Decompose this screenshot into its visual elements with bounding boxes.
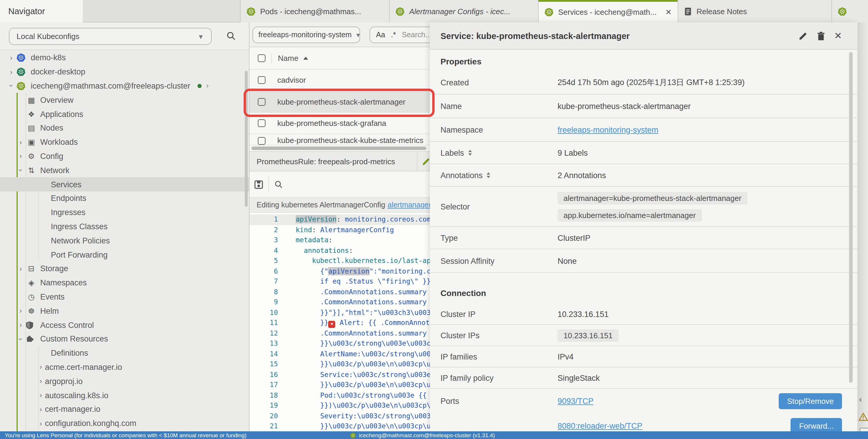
- sidebar-item-applications[interactable]: ❖Applications: [0, 107, 250, 121]
- chevron-left-icon[interactable]: ›: [859, 396, 862, 405]
- tab-alertmanager-configs-icec[interactable]: Alertmanager Configs - icec...: [389, 0, 538, 23]
- row-checkbox[interactable]: [258, 120, 266, 127]
- line-number: 1: [250, 214, 284, 225]
- name-column-header[interactable]: Name: [278, 54, 298, 63]
- sort-ascending-icon[interactable]: [303, 57, 308, 60]
- chevron-down-icon[interactable]: ›: [17, 166, 25, 175]
- code-token: [296, 339, 320, 347]
- sidebar-item-storage[interactable]: ›⊟Storage: [0, 262, 250, 276]
- chevron-right-icon[interactable]: ›: [37, 363, 45, 371]
- sidebar-item-workloads[interactable]: ›▣Workloads: [0, 135, 250, 149]
- save-icon[interactable]: [254, 180, 263, 189]
- chevron-down-icon: ▼: [197, 33, 204, 40]
- sidebar-item-configuration-konghq-com[interactable]: ›configuration.konghq.com: [0, 416, 250, 431]
- table-row-cadvisor[interactable]: cadvisor: [250, 70, 430, 91]
- chevron-right-icon[interactable]: ›: [17, 307, 25, 315]
- sidebar-item-endpoints[interactable]: Endpoints: [0, 192, 250, 206]
- sidebar-search-icon[interactable]: [226, 31, 236, 41]
- sidebar-item-network-policies[interactable]: Network Policies: [0, 234, 250, 248]
- navigator-tab[interactable]: Navigator: [0, 0, 83, 23]
- chevron-right-icon[interactable]: ›: [17, 138, 25, 146]
- table-row-kube-prometheus-stack-kube-state-metrics[interactable]: kube-prometheus-stack-kube-state-metrics: [250, 134, 430, 145]
- chevron-right-icon[interactable]: ›: [37, 377, 45, 385]
- namespace-link[interactable]: freeleaps-monitoring-system: [558, 125, 658, 134]
- edit-pencil-icon[interactable]: [798, 31, 807, 40]
- sidebar-item-custom-resources[interactable]: ›Custom Resources: [0, 332, 250, 346]
- close-icon[interactable]: ✕: [665, 8, 672, 16]
- tab-partial[interactable]: [831, 0, 868, 23]
- chevron-right-icon[interactable]: ›: [37, 405, 45, 414]
- sidebar-item-helm[interactable]: ›☸Helm: [0, 304, 250, 318]
- chevron-right-icon[interactable]: ›: [37, 391, 45, 399]
- right-edge-strip: ›: [857, 23, 868, 431]
- sidebar-item-ingresses[interactable]: Ingresses: [0, 206, 250, 220]
- sidebar-item-port-forwarding[interactable]: Port Forwarding: [0, 247, 250, 262]
- tab-label: Alertmanager Configs - icec...: [409, 7, 510, 16]
- sidebar-item-acme-cert-manager-io[interactable]: ›acme.cert-manager.io: [0, 360, 250, 374]
- editor-line: 15 }}\u003c/p\u003e\n\u003cp\u003: [250, 359, 430, 370]
- chevron-right-icon[interactable]: ›: [17, 321, 25, 329]
- chevron-down-icon[interactable]: ›: [7, 82, 16, 90]
- expand-toggle-icon[interactable]: [487, 172, 491, 178]
- sidebar-item-access-control[interactable]: ›Access Control: [0, 318, 250, 332]
- property-label-text: Name: [440, 102, 462, 110]
- sidebar-item-network[interactable]: ›⇅Network: [0, 163, 250, 177]
- code-token: [296, 308, 320, 316]
- namespace-dropdown[interactable]: freeleaps-monitoring-system ▼: [252, 27, 360, 43]
- port-link[interactable]: 8080:reloader-web/TCP: [558, 421, 643, 431]
- chevron-right-icon[interactable]: ›: [17, 152, 25, 160]
- sidebar-item-namespaces[interactable]: ◈Namespaces: [0, 276, 250, 290]
- trash-icon[interactable]: [816, 31, 825, 40]
- regex-toggle[interactable]: .*: [391, 31, 396, 39]
- forward-button[interactable]: Forward...: [791, 418, 842, 431]
- tab-release-notes[interactable]: Release Notes: [678, 0, 831, 23]
- line-number: 12: [250, 328, 284, 339]
- stop-remove-button[interactable]: Stop/Remove: [779, 393, 842, 409]
- sidebar-item-docker-desktop[interactable]: ›docker-desktop: [0, 65, 250, 79]
- sidebar-item-argoproj-io[interactable]: ›argoproj.io: [0, 374, 250, 389]
- sidebar-item-nodes[interactable]: ▤Nodes: [0, 121, 250, 135]
- sidebar-item-ingress-classes[interactable]: Ingress Classes: [0, 220, 250, 234]
- kubeconfig-dropdown[interactable]: Local Kubeconfigs ▼: [9, 28, 212, 45]
- tab-services-icecheng-math[interactable]: Services - icecheng@math...✕: [538, 0, 678, 23]
- expand-toggle-icon[interactable]: [468, 150, 472, 156]
- chevron-right-icon[interactable]: ›: [17, 265, 25, 273]
- editor-line: 20 Severity:\u003c/strong\u003e: [250, 411, 430, 421]
- sidebar-item-definitions[interactable]: Definitions: [0, 346, 250, 360]
- sidebar-item-events[interactable]: ◷Events: [0, 290, 250, 304]
- sidebar-item-autoscaling-k8s-io[interactable]: ›autoscaling.k8s.io: [0, 388, 250, 402]
- row-checkbox[interactable]: [258, 137, 266, 145]
- warning-icon[interactable]: [859, 412, 868, 421]
- connected-dot: [197, 84, 202, 88]
- detail-panel-body: PropertiesCreated254d 17h 50m ago (2025年…: [430, 49, 857, 431]
- code-text: .CommonAnnotations.summary }}: [284, 297, 430, 308]
- panel-scrollbar[interactable]: [849, 52, 852, 383]
- chevron-down-icon[interactable]: ›: [17, 335, 25, 343]
- hotbar-button[interactable]: [860, 428, 868, 431]
- match-case-toggle[interactable]: Aa: [376, 31, 385, 39]
- chevron-right-icon[interactable]: ›: [206, 82, 209, 90]
- select-all-checkbox[interactable]: [258, 54, 266, 62]
- chevron-right-icon[interactable]: ›: [7, 68, 16, 76]
- close-icon[interactable]: ✕: [834, 30, 842, 41]
- code-token: apiVersion: [296, 215, 337, 223]
- chevron-right-icon[interactable]: ›: [37, 419, 45, 428]
- port-link[interactable]: 9093/TCP: [558, 397, 594, 406]
- cluster-status[interactable]: icecheng@mathmast.com@freeleaps-cluster …: [350, 432, 495, 438]
- tab-pods-icecheng-mathmas[interactable]: Pods - icecheng@mathmas...: [240, 0, 389, 23]
- horizontal-scrollbar[interactable]: [251, 146, 426, 150]
- row-checkbox[interactable]: [258, 76, 266, 84]
- sidebar-item-overview[interactable]: ▦Overview: [0, 93, 250, 107]
- sidebar-item-services[interactable]: Services: [0, 177, 250, 192]
- yaml-editor[interactable]: 1apiVersion: monitoring.coreos.com/v12ki…: [250, 213, 430, 431]
- sidebar-item-demo-k8s[interactable]: ›demo-k8s: [0, 51, 250, 65]
- edit-pencil-icon[interactable]: [422, 157, 430, 166]
- sidebar-item-icecheng-mathmast-com-freeleaps-cluster[interactable]: ›icecheng@mathmast.com@freeleaps-cluster…: [0, 79, 250, 93]
- sidebar-item-cert-manager-io[interactable]: ›cert-manager.io: [0, 402, 250, 416]
- chevron-right-icon[interactable]: ›: [7, 54, 16, 62]
- editor-search-icon[interactable]: [274, 180, 283, 189]
- prometheus-rule-header[interactable]: PrometheusRule: freepeals-prod-metrics: [250, 151, 430, 171]
- breadcrumb-link[interactable]: alertmanager: [388, 201, 430, 209]
- search-input[interactable]: Aa .* Search...: [370, 27, 430, 43]
- sidebar-item-config[interactable]: ›⚙Config: [0, 149, 250, 163]
